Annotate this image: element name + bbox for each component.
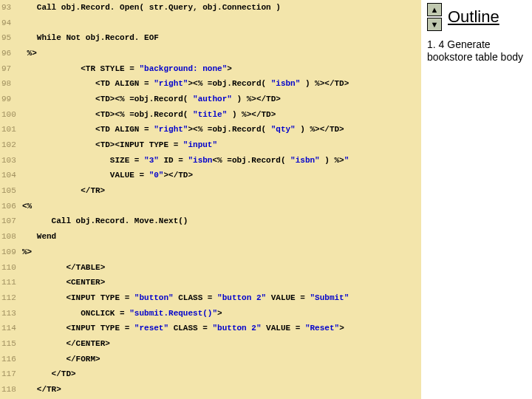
code-text: <TD ALIGN = "right"><% =obj.Record( "isb… xyxy=(22,80,349,88)
line-number: 104 xyxy=(0,171,22,180)
code-line: 117 </TD> xyxy=(0,367,421,383)
outline-title: Outline xyxy=(448,7,499,27)
line-number: 100 xyxy=(0,111,22,119)
code-line: 116 </FORM> xyxy=(0,352,421,367)
code-text: %> xyxy=(22,50,37,58)
line-number: 107 xyxy=(0,217,22,225)
code-text: Call obj.Record. Move.Next() xyxy=(22,217,188,225)
arrow-up-icon[interactable]: ▲ xyxy=(427,3,442,16)
outline-item[interactable]: 1. 4 Generate bookstore table body xyxy=(427,38,532,64)
line-number: 118 xyxy=(0,386,22,394)
line-number: 93 xyxy=(0,4,22,12)
code-line: 97 <TR STYLE = "background: none"> xyxy=(0,61,421,77)
code-text: <TD><% =obj.Record( "title" ) %></TD> xyxy=(22,111,276,119)
line-number: 111 xyxy=(0,279,22,287)
code-line: 109%> xyxy=(0,245,421,260)
code-line: 108 Wend xyxy=(0,229,421,245)
code-text: <INPUT TYPE = "button" CLASS = "button 2… xyxy=(22,294,349,302)
line-number: 96 xyxy=(0,50,22,58)
code-line: 101 <TD ALIGN = "right"><% =obj.Record( … xyxy=(0,123,421,138)
code-text: </CENTER> xyxy=(22,340,110,348)
line-number: 105 xyxy=(0,187,22,195)
code-line: 114 <INPUT TYPE = "reset" CLASS = "butto… xyxy=(0,321,421,336)
code-text: </TD> xyxy=(22,370,76,378)
code-text: Call obj.Record. Open( str.Query, obj.Co… xyxy=(22,4,281,12)
code-line: 95 While Not obj.Record. EOF xyxy=(0,30,421,46)
code-text: While Not obj.Record. EOF xyxy=(22,34,159,42)
line-number: 114 xyxy=(0,324,22,332)
code-line: 93 Call obj.Record. Open( str.Query, obj… xyxy=(0,0,421,16)
code-text: SIZE = "3" ID = "isbn<% =obj.Record( "is… xyxy=(22,157,349,165)
line-number: 108 xyxy=(0,233,22,241)
line-number: 103 xyxy=(0,157,22,165)
line-number: 102 xyxy=(0,141,22,149)
line-number: 106 xyxy=(0,202,22,211)
code-line: 96 %> xyxy=(0,46,421,61)
code-line: 111 <CENTER> xyxy=(0,275,421,290)
code-line: 106<% xyxy=(0,199,421,214)
code-line: 110 </TABLE> xyxy=(0,260,421,276)
code-line: 104 VALUE = "0"></TD> xyxy=(0,168,421,184)
line-number: 95 xyxy=(0,34,22,42)
nav-arrows: ▲ ▼ xyxy=(427,3,442,31)
code-line: 103 SIZE = "3" ID = "isbn<% =obj.Record(… xyxy=(0,153,421,168)
line-number: 99 xyxy=(0,95,22,103)
line-number: 110 xyxy=(0,264,22,272)
code-line: 99 <TD><% =obj.Record( "author" ) %></TD… xyxy=(0,92,421,107)
code-text: VALUE = "0"></TD> xyxy=(22,171,193,180)
code-text: </TABLE> xyxy=(22,264,105,272)
line-number: 116 xyxy=(0,355,22,364)
line-number: 98 xyxy=(0,80,22,88)
line-number: 115 xyxy=(0,340,22,348)
line-number: 112 xyxy=(0,294,22,302)
line-number: 101 xyxy=(0,126,22,134)
code-line: 94 xyxy=(0,16,421,31)
line-number: 97 xyxy=(0,65,22,73)
code-line: 112 <INPUT TYPE = "button" CLASS = "butt… xyxy=(0,290,421,306)
code-line: 107 Call obj.Record. Move.Next() xyxy=(0,214,421,230)
code-line: 98 <TD ALIGN = "right"><% =obj.Record( "… xyxy=(0,76,421,92)
code-text: <INPUT TYPE = "reset" CLASS = "button 2"… xyxy=(22,324,344,332)
code-line: 102 <TD><INPUT TYPE = "input" xyxy=(0,137,421,153)
line-number: 117 xyxy=(0,370,22,378)
code-line: 113 ONCLICK = "submit.Request()"> xyxy=(0,306,421,321)
code-text: <TD><INPUT TYPE = "input" xyxy=(22,141,217,149)
code-text: <TR STYLE = "background: none"> xyxy=(22,65,232,73)
code-line: 105 </TR> xyxy=(0,183,421,199)
code-text: </TR> xyxy=(22,386,61,394)
line-number: 94 xyxy=(0,19,22,27)
code-text: <% xyxy=(22,202,32,211)
line-number: 113 xyxy=(0,310,22,318)
code-text: </FORM> xyxy=(22,355,100,364)
outline-panel: ▲ ▼ Outline 1. 4 Generate bookstore tabl… xyxy=(426,0,532,399)
code-text: Wend xyxy=(22,233,56,241)
code-text: <CENTER> xyxy=(22,279,105,287)
code-text: %> xyxy=(22,248,32,256)
code-panel: 93 Call obj.Record. Open( str.Query, obj… xyxy=(0,0,421,399)
code-text: ONCLICK = "submit.Request()"> xyxy=(22,310,222,318)
line-number: 109 xyxy=(0,248,22,256)
code-text: <TD><% =obj.Record( "author" ) %></TD> xyxy=(22,95,281,103)
code-text: </TR> xyxy=(22,187,105,195)
arrow-down-icon[interactable]: ▼ xyxy=(427,18,442,31)
code-line: 100 <TD><% =obj.Record( "title" ) %></TD… xyxy=(0,107,421,123)
code-line: 118 </TR> xyxy=(0,382,421,398)
code-text: <TD ALIGN = "right"><% =obj.Record( "qty… xyxy=(22,126,344,134)
code-line: 115 </CENTER> xyxy=(0,336,421,352)
